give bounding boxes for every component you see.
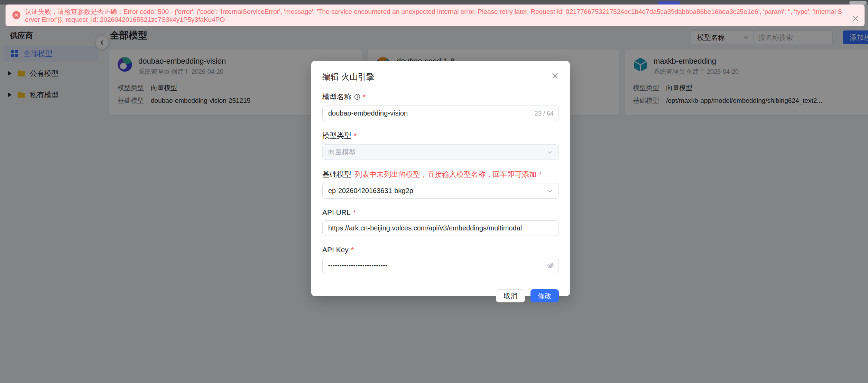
close-icon[interactable] (852, 15, 859, 22)
edit-model-dialog: 编辑 火山引擎 模型名称 * 23 / 64 模型类型 * (311, 61, 570, 296)
char-counter: 23 / 64 (535, 110, 554, 117)
chevron-down-icon (547, 149, 553, 155)
required-mark: * (363, 93, 366, 101)
api-key-input[interactable] (323, 263, 558, 269)
required-mark: * (354, 131, 357, 140)
field-label: API URL (322, 208, 351, 217)
model-management-page: 供应商 全部模型 公有模型 私有模型 全部模型 模型名称 添加模型 (0, 0, 868, 383)
field-label: 基础模型 (322, 170, 351, 179)
model-name-input[interactable] (323, 109, 558, 117)
field-label: API Key (322, 246, 349, 254)
field-label: 模型类型 (322, 131, 351, 140)
close-icon[interactable] (551, 72, 559, 80)
error-message: 认证失败，请检查参数是否正确：Error code: 500 - {'error… (25, 8, 845, 24)
required-mark: * (351, 246, 354, 254)
base-model-select[interactable]: ep-20260420163631-bkg2p (322, 183, 559, 199)
eye-off-icon[interactable] (547, 262, 554, 270)
api-url-field: API URL * (322, 208, 559, 236)
field-label: 模型名称 (322, 92, 351, 102)
model-name-field: 模型名称 * 23 / 64 (322, 92, 559, 121)
selected-value: ep-20260420163631-bkg2p (328, 187, 413, 195)
model-type-select: 向量模型 (322, 144, 559, 160)
cancel-button[interactable]: 取消 (496, 289, 525, 302)
api-key-field: API Key * (322, 246, 559, 273)
model-type-field: 模型类型 * 向量模型 (322, 131, 559, 160)
top-strip (0, 0, 868, 4)
required-mark: * (539, 170, 542, 179)
error-banner: 认证失败，请检查参数是否正确：Error code: 500 - {'error… (6, 4, 865, 26)
base-model-field: 基础模型 列表中未列出的模型，直接输入模型名称，回车即可添加 * ep-2026… (322, 170, 559, 199)
error-circle-icon (12, 11, 20, 19)
selected-value: 向量模型 (328, 147, 356, 157)
required-mark: * (353, 208, 356, 217)
info-icon[interactable] (354, 94, 360, 100)
confirm-button[interactable]: 修改 (530, 289, 559, 302)
api-url-input[interactable] (323, 224, 558, 232)
dialog-title: 编辑 火山引擎 (322, 71, 559, 82)
field-hint: 列表中未列出的模型，直接输入模型名称，回车即可添加 (355, 170, 536, 179)
chevron-down-icon (547, 188, 553, 194)
